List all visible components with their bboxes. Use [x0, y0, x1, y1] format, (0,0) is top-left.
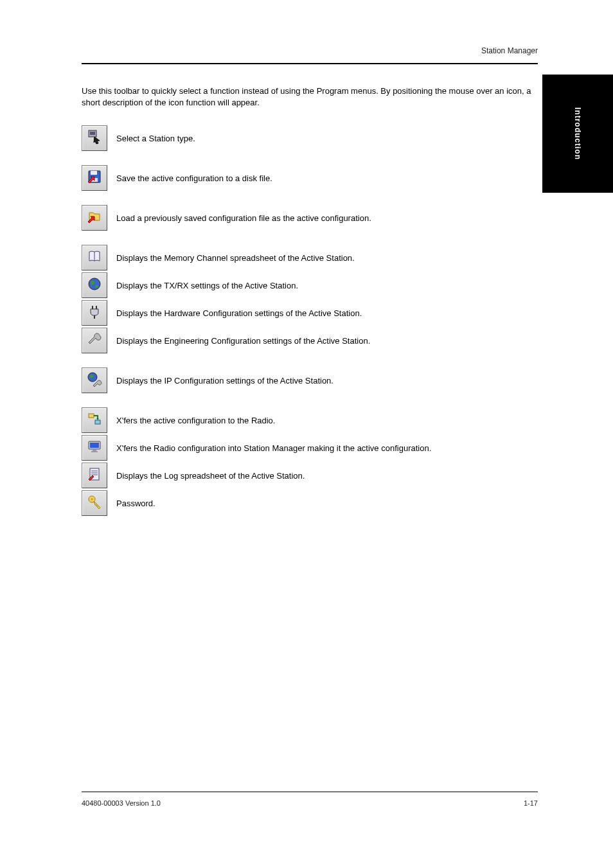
bottom-rule [82, 792, 538, 792]
svg-rect-12 [90, 443, 99, 448]
svg-rect-3 [91, 171, 97, 175]
content-area: Use this toolbar to quickly select a fun… [82, 77, 538, 522]
tx-rx-settings-button[interactable] [82, 272, 107, 298]
toolbar-row-label: Displays the Log spreadsheet of the Acti… [116, 471, 305, 481]
toolbar-row: X'fers the Radio configuration into Stat… [82, 435, 538, 461]
book-icon [87, 249, 102, 267]
engineering-config-button[interactable] [82, 328, 107, 353]
svg-rect-14 [91, 451, 98, 452]
page: Introduction Station Manager Use this to… [0, 0, 613, 868]
top-rule [82, 63, 538, 64]
ip-config-button[interactable] [82, 368, 107, 393]
page-footer: 40480-00003 Version 1.0 1-17 [82, 799, 538, 807]
toolbar-row-label: Displays the Hardware Configuration sett… [116, 308, 362, 318]
svg-rect-1 [90, 132, 95, 135]
toolbar-row-label: X'fers the Radio configuration into Stat… [116, 443, 431, 453]
toolbar-row: X'fers the active configuration to the R… [82, 407, 538, 433]
globe-icon [87, 276, 102, 294]
footer-right: 1-17 [524, 799, 538, 807]
toolbar-row: Save the active configuration to a disk … [82, 165, 538, 191]
intro-text: Use this toolbar to quickly select a fun… [82, 85, 538, 109]
plug-icon [87, 304, 102, 322]
intro-block: Use this toolbar to quickly select a fun… [82, 85, 538, 109]
transfer-out-icon [87, 411, 102, 429]
toolbar-row: Select a Station type. [82, 125, 538, 151]
folder-load-icon [87, 209, 102, 227]
toolbar-row-label: X'fers the active configuration to the R… [116, 416, 275, 425]
side-tab: Introduction [542, 75, 613, 193]
header-right: Station Manager [481, 46, 538, 55]
toolbar-row-label: Save the active configuration to a disk … [116, 173, 272, 183]
side-tab-label: Introduction [573, 107, 582, 160]
select-station-button[interactable] [82, 125, 107, 151]
toolbar-row: Displays the Log spreadsheet of the Acti… [82, 463, 538, 488]
toolbar-row-label: Select a Station type. [116, 134, 195, 143]
save-config-button[interactable] [82, 165, 107, 191]
toolbar-row: Displays the Engineering Configuration s… [82, 328, 538, 353]
xfer-to-radio-button[interactable] [82, 407, 107, 433]
toolbar-row-label: Displays the TX/RX settings of the Activ… [116, 281, 298, 290]
key-icon [87, 494, 102, 512]
monitor-in-icon [87, 439, 102, 457]
svg-rect-13 [93, 450, 96, 451]
floppy-save-icon [87, 169, 102, 187]
toolbar-row: Password. [82, 490, 538, 516]
memory-channels-button[interactable] [82, 245, 107, 270]
page-header: Station Manager [82, 46, 538, 55]
password-button[interactable] [82, 490, 107, 516]
svg-rect-10 [95, 420, 100, 424]
toolbar-row-label: Password. [116, 499, 155, 508]
toolbar-row-label: Displays the Engineering Configuration s… [116, 336, 370, 346]
svg-point-20 [91, 498, 93, 500]
hardware-config-button[interactable] [82, 300, 107, 326]
svg-point-6 [89, 278, 100, 290]
globe-wrench-icon [87, 371, 102, 389]
toolbar-row: Load a previously saved configuration fi… [82, 205, 538, 231]
xfer-from-radio-button[interactable] [82, 435, 107, 461]
log-sheet-icon [87, 466, 102, 484]
log-spreadsheet-button[interactable] [82, 463, 107, 488]
toolbar-row-label: Displays the Memory Channel spreadsheet … [116, 253, 355, 263]
wrench-icon [87, 332, 102, 350]
toolbar-row-label: Displays the IP Configuration settings o… [116, 376, 333, 385]
svg-rect-9 [89, 414, 94, 418]
load-config-button[interactable] [82, 205, 107, 231]
toolbar-row-label: Load a previously saved configuration fi… [116, 213, 371, 223]
toolbar-row: Displays the IP Configuration settings o… [82, 368, 538, 393]
station-cursor-icon [87, 129, 102, 147]
toolbar-row: Displays the TX/RX settings of the Activ… [82, 272, 538, 298]
toolbar-row: Displays the Memory Channel spreadsheet … [82, 245, 538, 270]
toolbar-row: Displays the Hardware Configuration sett… [82, 300, 538, 326]
footer-left: 40480-00003 Version 1.0 [82, 799, 161, 807]
